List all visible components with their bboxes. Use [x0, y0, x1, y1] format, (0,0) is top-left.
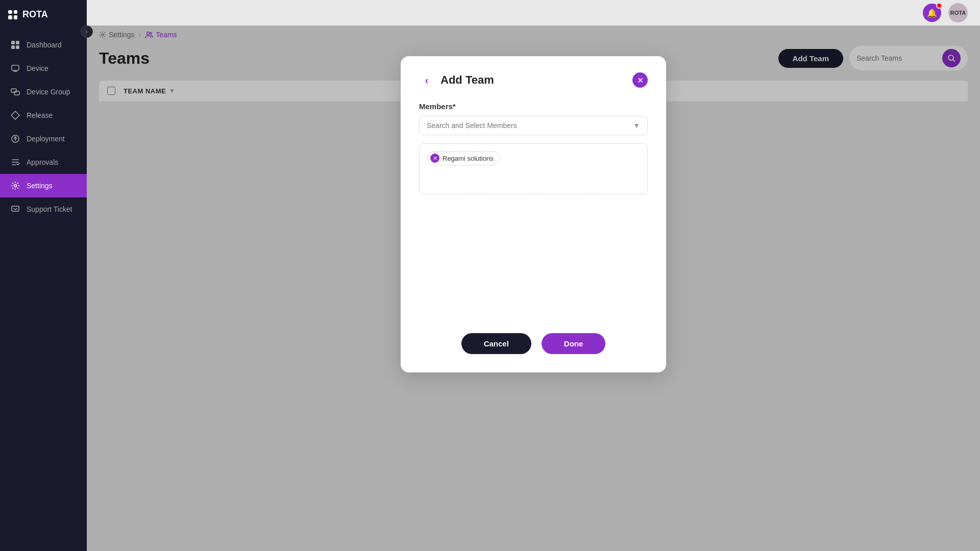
member-tag-regami-label: Regami solutions — [443, 155, 494, 162]
members-search-input[interactable] — [427, 121, 629, 130]
sidebar-item-deployment[interactable]: Deployment — [0, 127, 87, 151]
notification-badge — [936, 3, 942, 9]
sidebar-item-release[interactable]: Release — [0, 104, 87, 127]
svg-rect-2 — [11, 45, 15, 49]
modal-overlay: ‹ Add Team ✕ Members* ▼ ✕ Regami solutio… — [87, 26, 980, 551]
deployment-icon — [10, 134, 20, 144]
svg-rect-7 — [11, 89, 16, 92]
svg-marker-9 — [11, 111, 19, 119]
sidebar-item-deployment-label: Deployment — [27, 135, 65, 143]
done-button[interactable]: Done — [542, 333, 606, 354]
svg-rect-8 — [14, 91, 19, 95]
sidebar: ROTA Dashboard D — [0, 0, 87, 551]
sidebar-item-support-label: Support Ticket — [27, 205, 72, 213]
svg-rect-0 — [11, 41, 15, 44]
sidebar-item-device[interactable]: Device — [0, 57, 87, 80]
sidebar-item-device-group[interactable]: Device Group — [0, 80, 87, 104]
device-icon — [10, 63, 20, 73]
svg-rect-4 — [12, 65, 19, 70]
grid-icon — [8, 10, 17, 19]
sidebar-item-device-label: Device — [27, 64, 48, 72]
modal-header: ‹ Add Team ✕ — [419, 72, 648, 88]
device-group-icon — [10, 87, 20, 97]
page-content: Settings › Teams Teams Add Team — [87, 26, 980, 551]
topbar: 🔔 ROTA — [87, 0, 980, 26]
modal-footer: Cancel Done — [419, 318, 648, 354]
add-team-modal: ‹ Add Team ✕ Members* ▼ ✕ Regami solutio… — [401, 56, 666, 372]
sidebar-item-release-label: Release — [27, 111, 53, 119]
settings-icon — [10, 181, 20, 191]
dashboard-icon — [10, 40, 20, 50]
svg-point-12 — [14, 185, 17, 187]
app-logo: ROTA — [0, 0, 87, 29]
members-label: Members* — [419, 102, 648, 111]
sidebar-nav: Dashboard Device Device Group — [0, 29, 87, 551]
sidebar-item-dashboard[interactable]: Dashboard — [0, 33, 87, 57]
approvals-icon — [10, 157, 20, 167]
svg-rect-13 — [12, 206, 19, 211]
notification-button[interactable]: 🔔 — [923, 4, 941, 22]
avatar[interactable]: ROTA — [948, 3, 968, 22]
members-search-wrap: ▼ — [419, 116, 648, 135]
main-content: 🔔 ROTA Settings › — [87, 0, 980, 551]
member-tag-regami: ✕ Regami solutions — [427, 151, 500, 165]
selected-members-area: ✕ Regami solutions — [419, 143, 648, 194]
sidebar-item-settings[interactable]: Settings — [0, 174, 87, 197]
sidebar-item-settings-label: Settings — [27, 182, 53, 190]
support-icon — [10, 204, 20, 214]
sidebar-item-support-ticket[interactable]: Support Ticket — [0, 197, 87, 221]
sidebar-item-dashboard-label: Dashboard — [27, 41, 62, 49]
modal-title: Add Team — [440, 73, 626, 87]
sidebar-item-approvals[interactable]: Approvals — [0, 151, 87, 174]
sidebar-item-approvals-label: Approvals — [27, 158, 58, 166]
avatar-initials: ROTA — [950, 10, 966, 16]
sidebar-item-device-group-label: Device Group — [27, 88, 70, 96]
svg-rect-1 — [16, 41, 19, 44]
app-name: ROTA — [22, 9, 48, 20]
remove-member-regami-button[interactable]: ✕ — [430, 154, 439, 163]
dropdown-arrow-icon[interactable]: ▼ — [633, 121, 640, 130]
svg-rect-3 — [16, 45, 19, 49]
release-icon — [10, 110, 20, 120]
modal-close-button[interactable]: ✕ — [632, 72, 648, 88]
cancel-button[interactable]: Cancel — [461, 333, 531, 354]
modal-back-button[interactable]: ‹ — [419, 72, 434, 88]
topbar-right: 🔔 ROTA — [923, 3, 968, 22]
